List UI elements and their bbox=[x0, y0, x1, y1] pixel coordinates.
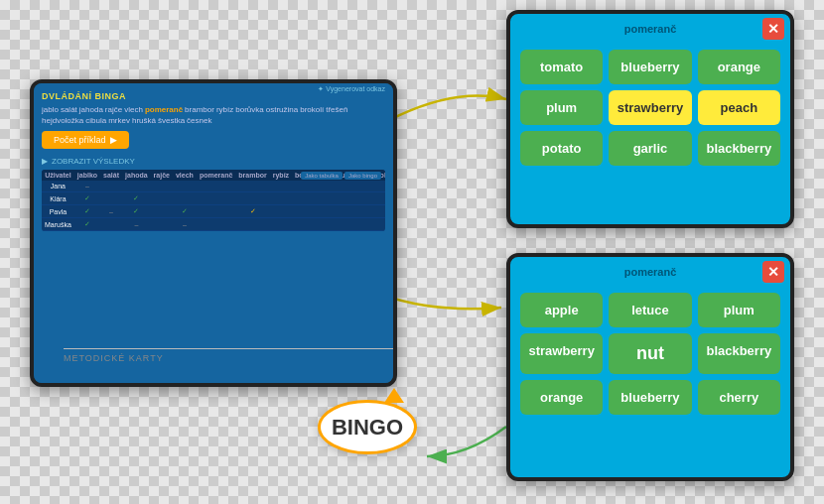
results-section: ▶ ZOBRAZIT VÝSLEDKY Jako tabulka Jako bi… bbox=[42, 157, 385, 231]
col-header: salát bbox=[100, 170, 122, 181]
word-tag[interactable]: rajče bbox=[105, 105, 122, 114]
col-header: brambor bbox=[235, 170, 269, 181]
col-header: vlech bbox=[173, 170, 197, 181]
col-header: jablko bbox=[74, 170, 100, 181]
word-tag[interactable]: brambor bbox=[185, 105, 214, 114]
bingo-cell[interactable]: plum bbox=[520, 90, 603, 125]
user-cell: Pavla bbox=[42, 205, 74, 218]
word-tags: jablo salát jahoda rajče vlech pomeranč … bbox=[42, 105, 385, 125]
bingo-cell-peach[interactable]: peach bbox=[698, 90, 780, 125]
word-tag[interactable]: jablo bbox=[42, 105, 59, 114]
jako-buttons: Jako tabulka Jako bingo bbox=[301, 172, 381, 180]
col-header: rajče bbox=[151, 170, 173, 181]
bingo-cell[interactable]: potato bbox=[520, 131, 603, 166]
word-tag[interactable]: jahoda bbox=[79, 105, 103, 114]
bingo-cell[interactable]: blackberry bbox=[698, 131, 780, 166]
col-header: rybíz bbox=[270, 170, 292, 181]
bingo-label: BINGO bbox=[332, 415, 403, 441]
user-cell: Klára bbox=[42, 192, 74, 205]
bingo-cell[interactable]: cherry bbox=[698, 380, 780, 415]
bingo-card-bottom: pomeranč ✕ apple letuce plum strawberry … bbox=[506, 253, 794, 481]
table-row: Klára ✓ ✓ bbox=[42, 192, 385, 205]
user-cell: Jana bbox=[42, 181, 74, 192]
word-tag[interactable]: třešeň bbox=[326, 105, 347, 114]
bingo-cell[interactable]: blueberry bbox=[609, 50, 691, 84]
user-cell: Maruška bbox=[42, 218, 74, 231]
bingo-cell-blueberry[interactable]: blueberry bbox=[609, 380, 691, 415]
word-tag-highlighted[interactable]: pomeranč bbox=[145, 105, 183, 114]
bingo-cell-nut[interactable]: nut bbox=[609, 333, 691, 374]
bingo-bubble: BINGO bbox=[318, 400, 417, 454]
col-header: jahoda bbox=[122, 170, 151, 181]
word-tag[interactable]: brokolí bbox=[300, 105, 324, 114]
results-header: ▶ ZOBRAZIT VÝSLEDKY bbox=[42, 157, 385, 166]
word-tag[interactable]: cibula bbox=[85, 116, 106, 125]
card-header-top: pomeranč ✕ bbox=[510, 14, 790, 44]
bingo-grid-bottom: apple letuce plum strawberry nut blackbe… bbox=[510, 287, 790, 425]
jako-tabulka-btn[interactable]: Jako tabulka bbox=[301, 172, 343, 180]
bingo-cell[interactable]: letuce bbox=[609, 293, 691, 327]
bingo-cell[interactable]: garlic bbox=[609, 131, 691, 166]
bingo-cell[interactable]: blackberry bbox=[698, 333, 780, 374]
col-header: Uživatel bbox=[42, 170, 74, 181]
table-row: Maruška ✓ – – bbox=[42, 218, 385, 231]
bingo-cell[interactable]: orange bbox=[520, 380, 603, 415]
bingo-cell-plum[interactable]: plum bbox=[698, 293, 780, 327]
word-tag[interactable]: hrušká bbox=[132, 116, 156, 125]
bingo-cell[interactable]: orange bbox=[698, 50, 780, 84]
word-tag[interactable]: borůvka bbox=[235, 105, 263, 114]
bingo-cell[interactable]: tomato bbox=[520, 50, 603, 84]
word-tag[interactable]: salát bbox=[61, 105, 77, 114]
word-tag[interactable]: hejdvoložka bbox=[42, 116, 83, 125]
card-title-bottom: pomeranč bbox=[624, 266, 677, 278]
close-button-top[interactable]: ✕ bbox=[762, 18, 784, 40]
bingo-cell[interactable]: apple bbox=[520, 293, 603, 327]
bingo-grid-top: tomato blueberry orange plum strawberry … bbox=[510, 44, 790, 176]
table-row: Pavla ✓ – ✓ ✓ ✓ bbox=[42, 205, 385, 218]
jako-bingo-btn[interactable]: Jako bingo bbox=[344, 172, 381, 180]
word-tag[interactable]: ostružina bbox=[266, 105, 298, 114]
metodicke-karty: METODICKÉ KARTY bbox=[64, 348, 397, 363]
card-header-bottom: pomeranč ✕ bbox=[510, 257, 790, 287]
main-tablet: ✦ Vygenerovat odkaz DVLÁDÁNÍ BINGA jablo… bbox=[30, 79, 397, 387]
word-tag[interactable]: švestka bbox=[158, 116, 185, 125]
table-row: Jana – bbox=[42, 181, 385, 192]
word-tag[interactable]: rybíz bbox=[216, 105, 233, 114]
results-table: Jako tabulka Jako bingo Uživatel jablko … bbox=[42, 170, 385, 231]
close-button-bottom[interactable]: ✕ bbox=[762, 261, 784, 283]
bingo-cell-highlighted[interactable]: strawberry bbox=[609, 90, 691, 125]
word-tag[interactable]: česnek bbox=[187, 116, 211, 125]
col-header: pomeranč bbox=[197, 170, 235, 181]
word-tag[interactable]: vlech bbox=[124, 105, 143, 114]
generate-link[interactable]: ✦ Vygenerovat odkaz bbox=[318, 85, 385, 93]
bingo-cell[interactable]: strawberry bbox=[520, 333, 603, 374]
card-title-top: pomeranč bbox=[624, 23, 677, 35]
word-tag[interactable]: mrkev bbox=[108, 116, 130, 125]
start-button[interactable]: Počet příklad ▶ bbox=[42, 131, 129, 149]
bingo-card-top: pomeranč ✕ tomato blueberry orange plum … bbox=[506, 10, 794, 228]
